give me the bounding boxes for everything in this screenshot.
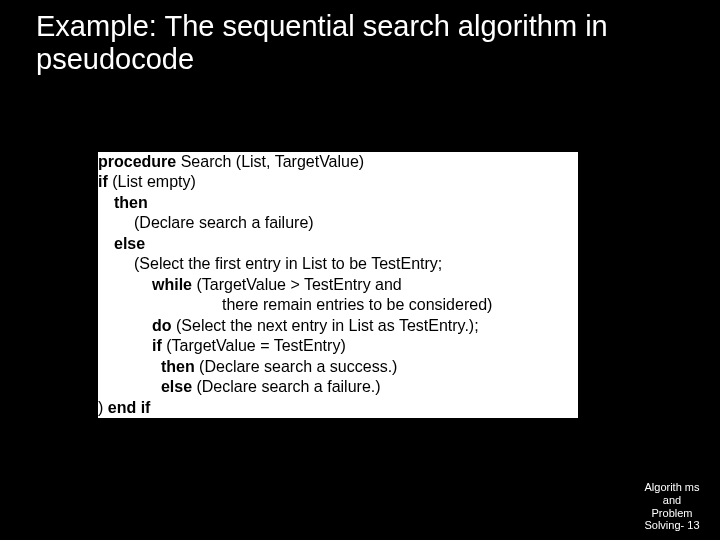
code-line: then (Declare search a success.) xyxy=(98,357,578,377)
code-text: ) xyxy=(98,399,108,416)
code-line: else xyxy=(98,234,578,254)
keyword-procedure: procedure xyxy=(98,153,176,170)
code-line: else (Declare search a failure.) xyxy=(98,377,578,397)
keyword-else: else xyxy=(114,235,145,252)
keyword-then: then xyxy=(161,358,195,375)
keyword-then: then xyxy=(114,194,148,211)
pseudocode-block: procedure Search (List, TargetValue) if … xyxy=(98,152,578,418)
code-text: (Declare search a failure) xyxy=(134,214,314,231)
code-line: if (List empty) xyxy=(98,172,578,192)
keyword-if: if xyxy=(98,173,108,190)
code-line: if (TargetValue = TestEntry) xyxy=(98,336,578,356)
keyword-do: do xyxy=(152,317,172,334)
code-line: (Declare search a failure) xyxy=(98,213,578,233)
code-line: procedure Search (List, TargetValue) xyxy=(98,152,578,172)
code-text: Search (List, TargetValue) xyxy=(176,153,364,170)
code-line: while (TargetValue > TestEntry and xyxy=(98,275,578,295)
keyword-if: if xyxy=(152,337,162,354)
code-text: (Declare search a failure.) xyxy=(192,378,381,395)
code-line: do (Select the next entry in List as Tes… xyxy=(98,316,578,336)
code-line: ) end if xyxy=(98,398,578,418)
keyword-endif: end if xyxy=(108,399,151,416)
keyword-while: while xyxy=(152,276,192,293)
code-text: (TargetValue > TestEntry and xyxy=(192,276,402,293)
code-text: there remain entries to be considered) xyxy=(222,296,492,313)
code-text: (Declare search a success.) xyxy=(195,358,398,375)
code-text: (List empty) xyxy=(108,173,196,190)
code-line: (Select the first entry in List to be Te… xyxy=(98,254,578,274)
code-text: (Select the first entry in List to be Te… xyxy=(134,255,442,272)
keyword-else: else xyxy=(161,378,192,395)
code-text: (Select the next entry in List as TestEn… xyxy=(172,317,479,334)
slide: Example: The sequential search algorithm… xyxy=(0,0,720,540)
code-text: (TargetValue = TestEntry) xyxy=(162,337,346,354)
code-line: then xyxy=(98,193,578,213)
slide-footer: Algorith ms and Problem Solving- 13 xyxy=(642,481,702,532)
slide-title: Example: The sequential search algorithm… xyxy=(36,10,684,77)
code-line: there remain entries to be considered) xyxy=(98,295,578,315)
